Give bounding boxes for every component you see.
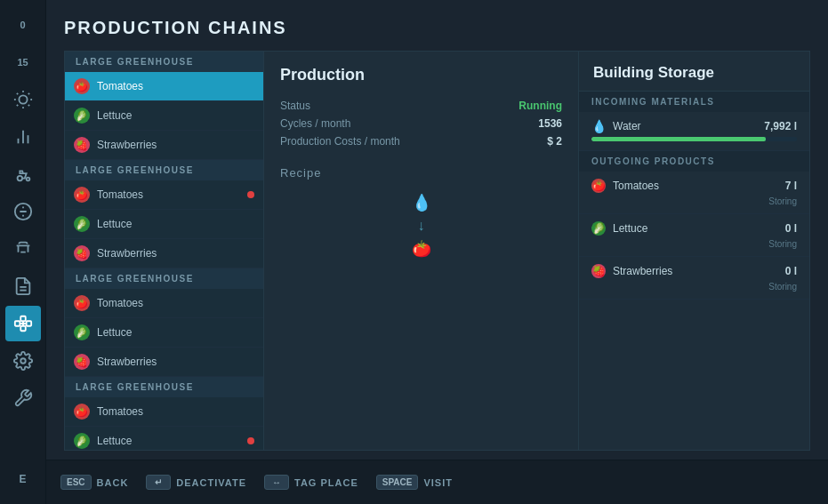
sidebar-item-15[interactable]: 15 [5, 44, 41, 80]
water-storage-icon: 💧 [591, 119, 606, 133]
item-name-g2-lettuce: Lettuce [97, 218, 132, 230]
stat-label-costs: Production Costs / month [280, 135, 400, 148]
storage-item-tomatoes: 🍅 Tomatoes 7 l Storing [579, 172, 809, 214]
tag-place-key: ↔ [264, 475, 289, 490]
strawberries-item-row: 🍓 Strawberries 0 l [591, 264, 797, 278]
svg-point-13 [26, 178, 29, 181]
list-item-g1-lettuce[interactable]: 🥬 Lettuce [65, 101, 263, 131]
list-item-g2-strawberries[interactable]: 🍓 Strawberries [65, 239, 263, 268]
tomatoes-item-row: 🍅 Tomatoes 7 l [591, 179, 797, 193]
recipe-arrow-down: ↓ [418, 219, 425, 233]
storage-item-lettuce: 🥬 Lettuce 0 l Storing [579, 214, 809, 257]
list-item-g3-lettuce[interactable]: 🥬 Lettuce [65, 318, 263, 348]
lettuce-icon-g4: 🥬 [74, 433, 90, 449]
list-item-g4-tomatoes[interactable]: 🍅 Tomatoes [65, 397, 263, 427]
back-button[interactable]: ESC BACK [60, 475, 128, 490]
sidebar-label-0: 0 [20, 20, 25, 30]
group-header-4: LARGE GREENHOUSE [65, 377, 263, 397]
sidebar-item-weather[interactable] [5, 82, 41, 117]
strawberry-icon-g1: 🍓 [74, 137, 90, 153]
recipe-section: Recipe 💧 ↓ 🍅 [280, 166, 562, 261]
back-label: BACK [97, 477, 129, 488]
sidebar-item-quests[interactable] [5, 268, 41, 304]
scroll-icon [13, 276, 33, 296]
item-name-g1-tomatoes: Tomatoes [97, 80, 143, 92]
sidebar-item-animals[interactable] [5, 231, 41, 267]
back-key: ESC [60, 475, 92, 490]
group-header-3: LARGE GREENHOUSE [65, 268, 263, 289]
item-name-g2-tomatoes: Tomatoes [97, 188, 143, 201]
lettuce-storage-icon: 🥬 [591, 221, 606, 236]
water-progress-bar [591, 137, 797, 141]
sidebar-label-15: 15 [17, 57, 28, 68]
stat-value-costs: $ 2 [547, 135, 562, 148]
wrench-icon [13, 388, 33, 408]
main-content: PRODUCTION CHAINS LARGE GREENHOUSE 🍅 Tom… [46, 0, 828, 504]
tomato-icon-g4: 🍅 [74, 404, 90, 420]
sidebar-item-production[interactable] [5, 306, 41, 341]
water-value: 7,992 l [764, 120, 797, 132]
sidebar-item-economy[interactable] [5, 194, 41, 229]
tomatoes-out-name: Tomatoes [613, 180, 659, 192]
sidebar-item-0[interactable]: 0 [5, 7, 41, 43]
gear-icon [13, 351, 33, 371]
strawberries-status: Storing [591, 282, 797, 292]
stat-value-status: Running [519, 100, 562, 112]
item-name-g3-tomatoes: Tomatoes [97, 297, 143, 309]
alert-dot-g2-tomatoes [247, 191, 254, 198]
group-header-2: LARGE GREENHOUSE [65, 160, 263, 180]
group-header-1: LARGE GREENHOUSE [65, 52, 263, 72]
visit-button[interactable]: SPACE VISIT [376, 475, 453, 490]
tomatoes-storage-icon: 🍅 [591, 179, 606, 193]
water-progress-fill [591, 137, 766, 141]
stats-row-costs: Production Costs / month $ 2 [280, 132, 562, 150]
incoming-materials-header: INCOMING MATERIALS [579, 92, 809, 112]
storage-panel: Building Storage INCOMING MATERIALS 💧 Wa… [579, 51, 810, 451]
tomatoes-item-left: 🍅 Tomatoes [591, 179, 659, 193]
list-item-g3-tomatoes[interactable]: 🍅 Tomatoes [65, 289, 263, 318]
list-item-g2-tomatoes[interactable]: 🍅 Tomatoes [65, 180, 263, 210]
sidebar-item-key[interactable]: E [5, 461, 41, 497]
network-icon [13, 314, 33, 333]
water-name: Water [613, 120, 641, 132]
storage-title: Building Storage [579, 52, 809, 92]
recipe-visual: 💧 ↓ 🍅 [280, 190, 562, 261]
svg-line-4 [28, 105, 28, 106]
tomato-icon-g3: 🍅 [74, 295, 90, 311]
item-name-g1-lettuce: Lettuce [97, 109, 132, 122]
recipe-tomato-icon: 🍅 [409, 236, 434, 261]
item-name-g2-strawberries: Strawberries [97, 247, 157, 260]
sidebar-item-tools[interactable] [5, 380, 41, 416]
tag-place-button[interactable]: ↔ TAG PLACE [264, 475, 358, 490]
outgoing-products-header: OUTGOING PRODUCTS [579, 151, 809, 172]
stat-label-cycles: Cycles / month [280, 117, 350, 130]
list-item-g3-strawberries[interactable]: 🍓 Strawberries [65, 348, 263, 377]
sidebar-item-chart[interactable] [5, 119, 41, 155]
list-item-g1-tomatoes[interactable]: 🍅 Tomatoes [65, 72, 263, 101]
stats-table: Status Running Cycles / month 1536 Produ… [280, 97, 562, 150]
deactivate-button[interactable]: ↵ DEACTIVATE [146, 475, 246, 490]
list-item-g4-lettuce[interactable]: 🥬 Lettuce [65, 427, 263, 451]
sidebar-item-tractor[interactable] [5, 156, 41, 192]
storage-item-strawberries: 🍓 Strawberries 0 l Storing [579, 257, 809, 300]
list-item-g2-lettuce[interactable]: 🥬 Lettuce [65, 210, 263, 239]
item-name-g4-tomatoes: Tomatoes [97, 405, 143, 418]
visit-key: SPACE [376, 475, 419, 490]
svg-line-8 [28, 93, 28, 94]
lettuce-icon-g2: 🥬 [74, 216, 90, 232]
tractor-icon [13, 164, 33, 184]
strawberry-icon-g2: 🍓 [74, 245, 90, 261]
coin-icon [13, 202, 33, 221]
list-item-g1-strawberries[interactable]: 🍓 Strawberries [65, 131, 263, 160]
recipe-label: Recipe [280, 166, 562, 180]
item-name-g4-lettuce: Lettuce [97, 435, 132, 447]
bottom-bar: ESC BACK ↵ DEACTIVATE ↔ TAG PLACE SPACE … [46, 460, 828, 504]
sidebar-item-settings[interactable] [5, 343, 41, 379]
svg-line-3 [16, 93, 17, 94]
lettuce-out-value: 0 l [785, 222, 797, 235]
tomato-icon-g2: 🍅 [74, 187, 90, 203]
stats-row-status: Status Running [280, 97, 562, 115]
chart-icon [13, 127, 33, 147]
panels-row: LARGE GREENHOUSE 🍅 Tomatoes 🥬 Lettuce 🍓 … [64, 51, 810, 451]
sidebar: 0 15 [0, 0, 46, 504]
